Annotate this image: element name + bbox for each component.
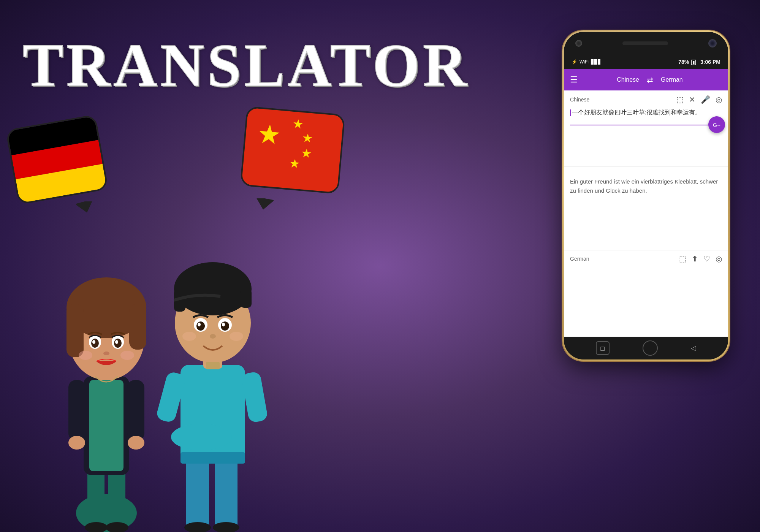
close-icon[interactable]: ✕ (689, 95, 695, 104)
input-text[interactable]: 一个好朋友就像四叶三叶草;很难找到和幸运有。 (570, 108, 722, 117)
svg-rect-8 (89, 380, 124, 471)
china-small-star-4: ★ (289, 157, 301, 170)
input-divider: G ↔ (570, 125, 722, 125)
output-area: Ein guter Freund ist wie ein vierblättri… (564, 166, 728, 250)
china-flag-shape: ★ ★ ★ ★ ★ (240, 106, 345, 194)
app-header: ☰ Chinese ⇄ German (564, 69, 728, 90)
app-screen: ☰ Chinese ⇄ German Chinese ⬚ ✕ 🎤 (564, 69, 728, 337)
audio-input-icon[interactable]: ◎ (716, 95, 722, 104)
input-icons: ⬚ ✕ 🎤 ◎ (676, 95, 722, 104)
svg-point-11 (68, 436, 85, 450)
svg-point-25 (79, 351, 92, 360)
svg-rect-32 (180, 452, 245, 464)
svg-point-35 (171, 424, 232, 450)
female-character-svg (46, 201, 167, 532)
svg-text:↔: ↔ (717, 123, 721, 128)
phone-camera-right (708, 39, 717, 48)
audio-output-icon[interactable]: ◎ (716, 254, 722, 263)
copy-icon[interactable]: ⬚ (679, 254, 686, 263)
signal-bars: ▊▊▊ (591, 59, 601, 65)
phone-inner: ⚡ WiFi ▊▊▊ 78% ▮ 3:06 PM ☰ Chinese (564, 32, 728, 359)
svg-point-47 (210, 334, 216, 339)
svg-marker-0 (76, 201, 95, 213)
text-cursor (570, 109, 571, 116)
phone-body: ⚡ WiFi ▊▊▊ 78% ▮ 3:06 PM ☰ Chinese (562, 30, 730, 361)
svg-rect-27 (186, 456, 209, 528)
china-small-star-3: ★ (300, 147, 312, 160)
phone-top-bar (564, 32, 728, 55)
china-stars: ★ ★ ★ ★ ★ (242, 108, 344, 192)
svg-point-38 (174, 262, 252, 315)
svg-rect-4 (108, 467, 125, 528)
status-left: ⚡ WiFi ▊▊▊ (572, 59, 601, 65)
time-display: 3:06 PM (700, 59, 720, 65)
header-target-lang[interactable]: German (661, 76, 683, 83)
phone-speaker (622, 41, 668, 45)
output-lang-label: German (570, 256, 589, 262)
back-button[interactable]: ◻ (596, 341, 610, 355)
output-icons: ⬚ ⬆ ♡ ◎ (679, 254, 722, 263)
status-right: 78% ▮ 3:06 PM (678, 59, 720, 65)
phone-bottom-nav: ◻ ◁ (564, 337, 728, 359)
china-small-star-2: ★ (302, 131, 314, 144)
translate-button[interactable]: G ↔ (708, 116, 725, 133)
svg-rect-16 (66, 304, 84, 357)
svg-rect-17 (129, 304, 146, 350)
svg-rect-9 (68, 380, 86, 441)
china-big-star: ★ (256, 120, 282, 149)
battery-icon: ▮ (691, 60, 696, 65)
german-flag (7, 116, 107, 203)
svg-rect-50 (206, 362, 220, 369)
header-lang-container: Chinese ⇄ German (578, 75, 722, 84)
svg-marker-1 (255, 198, 274, 210)
share-icon[interactable]: ⬆ (692, 254, 698, 263)
wifi-icon: WiFi (580, 59, 589, 65)
microphone-icon[interactable]: 🎤 (701, 95, 710, 104)
phone-container: ⚡ WiFi ▊▊▊ 78% ▮ 3:06 PM ☰ Chinese (562, 30, 730, 361)
bubble-tail-german (76, 201, 95, 213)
swap-languages-icon[interactable]: ⇄ (647, 75, 653, 84)
input-lang-row: Chinese ⬚ ✕ 🎤 ◎ (570, 95, 722, 104)
title-text: TRANSLATOR (23, 30, 470, 101)
svg-rect-3 (87, 467, 104, 528)
recent-apps-button[interactable]: ◁ (691, 344, 696, 352)
svg-rect-10 (127, 380, 144, 441)
female-character (46, 201, 167, 532)
input-chinese-text: 一个好朋友就像四叶三叶草;很难找到和幸运有。 (572, 109, 701, 116)
input-lang-label: Chinese (570, 97, 589, 103)
svg-point-26 (120, 351, 134, 360)
app-title: TRANSLATOR (23, 30, 470, 101)
svg-point-49 (230, 332, 243, 341)
svg-point-22 (92, 340, 95, 344)
svg-point-45 (198, 323, 201, 326)
clipboard-icon[interactable]: ⬚ (676, 95, 684, 104)
heart-icon[interactable]: ♡ (703, 254, 710, 263)
bubble-tail-china (255, 198, 274, 210)
svg-rect-28 (215, 456, 238, 528)
svg-point-24 (103, 352, 109, 355)
china-small-star-1: ★ (292, 117, 304, 130)
svg-point-43 (196, 321, 205, 331)
input-area: Chinese ⬚ ✕ 🎤 ◎ 一个好朋友就像四叶三叶草;很难找到和幸运有。 (564, 90, 728, 166)
battery-percent: 78% (678, 59, 689, 65)
output-bottom-bar: German ⬚ ⬆ ♡ ◎ (564, 250, 728, 267)
german-flag-bubble (11, 122, 110, 205)
output-german-text: Ein guter Freund ist wie ein vierblättri… (570, 177, 722, 195)
svg-rect-40 (240, 289, 252, 308)
svg-point-48 (182, 332, 196, 341)
svg-point-23 (115, 340, 118, 344)
usb-icon: ⚡ (572, 59, 577, 65)
svg-point-44 (221, 321, 229, 331)
status-bar: ⚡ WiFi ▊▊▊ 78% ▮ 3:06 PM (564, 55, 728, 69)
german-flag-shape (5, 114, 108, 205)
home-button[interactable] (643, 340, 658, 356)
header-source-lang[interactable]: Chinese (617, 76, 639, 83)
svg-point-46 (222, 323, 225, 326)
phone-camera-left (575, 40, 582, 47)
translate-icon: G ↔ (712, 120, 721, 129)
china-flag-bubble: ★ ★ ★ ★ ★ (243, 110, 350, 201)
svg-point-12 (128, 436, 144, 450)
menu-icon[interactable]: ☰ (570, 75, 578, 85)
